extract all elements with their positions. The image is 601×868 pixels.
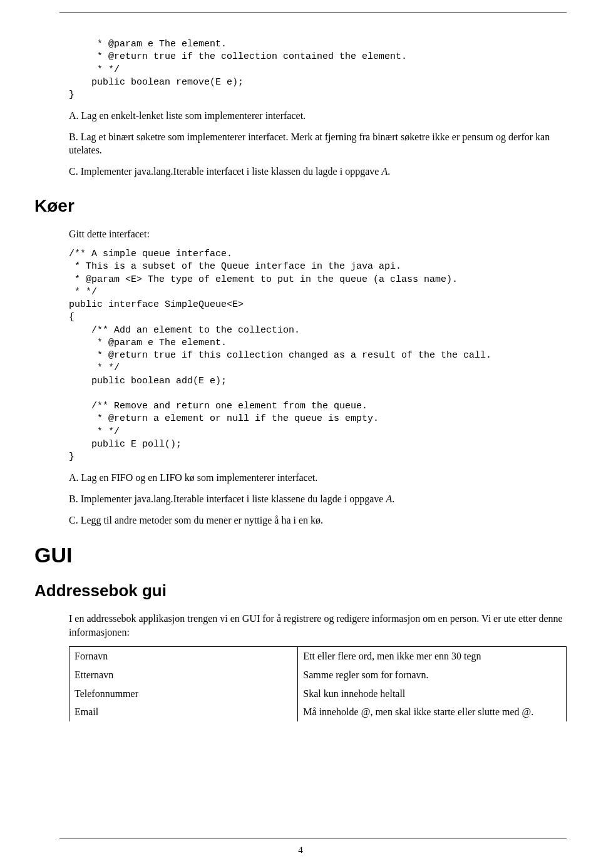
code-line: public E poll(); [69, 439, 182, 450]
code-line: public boolean remove(E e); [69, 77, 244, 88]
code-line: { [69, 312, 74, 323]
table-cell-desc: Skal kun innehode heltall [298, 685, 567, 703]
task2-b: B. Implementer java.lang.Iterable interf… [69, 492, 567, 506]
code-line: * */ [69, 287, 97, 297]
section-heading-gui: GUI [34, 543, 567, 567]
table-row: Email Må inneholde @, men skal ikke star… [69, 703, 567, 721]
code-line: * */ [69, 363, 120, 373]
task2-b-ref: A [386, 493, 392, 504]
table-cell-field: Telefonnummer [69, 685, 298, 703]
section-heading-koer: Køer [34, 196, 567, 216]
task2-c: C. Legg til andre metoder som du mener e… [69, 514, 567, 527]
code-line: * @param e The element. [69, 39, 227, 49]
code-line: * */ [69, 65, 120, 75]
table-cell-field: Etternavn [69, 666, 298, 685]
task2-a: A. Lag en FIFO og en LIFO kø som impleme… [69, 471, 567, 485]
code-line: * @return a element or null if the queue… [69, 413, 379, 424]
code-line: public interface SimpleQueue<E> [69, 299, 244, 310]
table-cell-desc: Ett eller flere ord, men ikke mer enn 30… [298, 647, 567, 666]
page-number: 4 [0, 845, 601, 855]
task-c: C. Implementer java.lang.Iterable interf… [69, 165, 567, 178]
code-line: } [69, 90, 74, 100]
task-a: A. Lag en enkelt-lenket liste som implem… [69, 109, 567, 123]
code-line: /** Add an element to the collection. [69, 325, 300, 336]
task2-b-suffix: . [392, 493, 394, 504]
top-horizontal-rule [59, 13, 567, 13]
table-cell-field: Fornavn [69, 647, 298, 666]
task-c-ref: A [381, 166, 388, 177]
task2-b-prefix: B. Implementer java.lang.Iterable interf… [69, 493, 386, 504]
table-cell-field: Email [69, 703, 298, 721]
code-block-1: * @param e The element. * @return true i… [69, 38, 567, 101]
table-cell-desc: Samme regler som for fornavn. [298, 666, 567, 685]
koer-intro: Gitt dette interfacet: [69, 227, 567, 241]
code-line: * */ [69, 426, 120, 437]
code-line: * @param e The element. [69, 338, 227, 348]
code-line: * @param <E> The type of element to put … [69, 274, 458, 285]
code-line: * @return true if this collection change… [69, 350, 491, 361]
table-row: Etternavn Samme regler som for fornavn. [69, 666, 567, 685]
table-cell-desc: Må inneholde @, men skal ikke starte ell… [298, 703, 567, 721]
bottom-horizontal-rule [59, 839, 567, 839]
code-line: * @return true if the collection contain… [69, 51, 407, 62]
code-line: * This is a subset of the Queue interfac… [69, 261, 401, 272]
task-c-prefix: C. Implementer java.lang.Iterable interf… [69, 166, 381, 177]
table-row: Telefonnummer Skal kun innehode heltall [69, 685, 567, 703]
code-line: } [69, 452, 74, 462]
info-table: Fornavn Ett eller flere ord, men ikke me… [69, 646, 567, 721]
code-block-2: /** A simple queue interface. * This is … [69, 248, 567, 463]
table-row: Fornavn Ett eller flere ord, men ikke me… [69, 647, 567, 666]
task-c-suffix: . [388, 166, 390, 177]
gui-intro: I en addressebok applikasjon trengen vi … [69, 612, 567, 639]
code-line: /** Remove and return one element from t… [69, 401, 367, 411]
code-line: /** A simple queue interface. [69, 249, 232, 259]
code-line: public boolean add(E e); [69, 376, 227, 386]
task-b: B. Lag et binært søketre som implementer… [69, 130, 567, 157]
subsection-heading-addressebok: Addressebok gui [34, 581, 567, 601]
